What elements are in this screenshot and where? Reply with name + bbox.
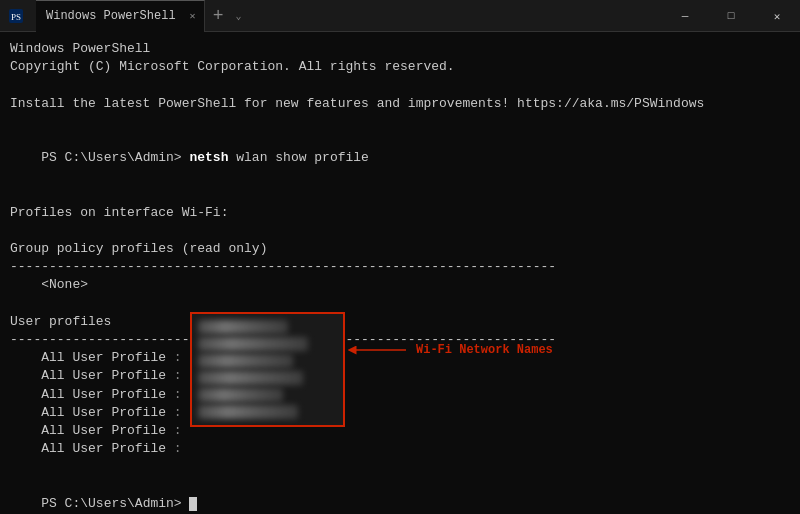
- profile-line-3: All User Profile :: [10, 386, 790, 404]
- profile-line-2: All User Profile :: [10, 367, 790, 385]
- terminal-window[interactable]: Windows PowerShell Copyright (C) Microso…: [0, 32, 800, 514]
- final-prompt-line: PS C:\Users\Admin>: [10, 477, 790, 515]
- output-line-4: Install the latest PowerShell for new fe…: [10, 95, 790, 113]
- window-controls: — □ ✕: [662, 0, 800, 32]
- cursor: [189, 497, 197, 511]
- titlebar: PS Windows PowerShell ✕ + ⌄ — □ ✕: [0, 0, 800, 32]
- network-names-box: [190, 312, 345, 427]
- command-args: wlan show profile: [228, 150, 368, 165]
- svg-text:PS: PS: [11, 12, 21, 22]
- active-tab[interactable]: Windows PowerShell ✕: [36, 0, 205, 32]
- output-line-3: [10, 76, 790, 94]
- wifi-annotation: Wi-Fi Network Names: [348, 340, 553, 360]
- output-line-12: <None>: [10, 276, 790, 294]
- output-line-10: Group policy profiles (read only): [10, 240, 790, 258]
- tab-label: Windows PowerShell: [46, 9, 176, 23]
- blurred-network-1: [198, 320, 288, 334]
- output-line-1: Windows PowerShell: [10, 40, 790, 58]
- blurred-network-5: [198, 388, 283, 402]
- output-line-5: [10, 113, 790, 131]
- minimize-button[interactable]: —: [662, 0, 708, 32]
- output-line-13: [10, 295, 790, 313]
- profile-line-6: All User Profile :: [10, 440, 790, 458]
- blurred-network-2: [198, 337, 308, 351]
- output-line-9: [10, 222, 790, 240]
- command-line: PS C:\Users\Admin> netsh wlan show profi…: [10, 131, 790, 186]
- titlebar-tabs: Windows PowerShell ✕ + ⌄: [36, 0, 245, 32]
- blurred-network-3: [198, 354, 293, 368]
- new-tab-button[interactable]: +: [205, 6, 232, 26]
- titlebar-left: PS: [8, 8, 24, 24]
- blurred-network-6: [198, 405, 298, 419]
- prompt-1: PS C:\Users\Admin>: [41, 150, 189, 165]
- blurred-network-4: [198, 371, 303, 385]
- output-line-14: User profiles: [10, 313, 790, 331]
- output-line-11: ----------------------------------------…: [10, 258, 790, 276]
- profile-line-4: All User Profile :: [10, 404, 790, 422]
- profile-line-5: All User Profile :: [10, 422, 790, 440]
- close-button[interactable]: ✕: [754, 0, 800, 32]
- command-netsh: netsh: [189, 150, 228, 165]
- annotation-text: Wi-Fi Network Names: [416, 342, 553, 359]
- tab-close-button[interactable]: ✕: [190, 10, 196, 22]
- output-line-8: Profiles on interface Wi-Fi:: [10, 204, 790, 222]
- powershell-icon: PS: [8, 8, 24, 24]
- output-line-2: Copyright (C) Microsoft Corporation. All…: [10, 58, 790, 76]
- output-line-22: [10, 458, 790, 476]
- tabs-dropdown-button[interactable]: ⌄: [231, 10, 245, 22]
- output-line-7: [10, 186, 790, 204]
- annotation-arrow-svg: [348, 340, 408, 360]
- maximize-button[interactable]: □: [708, 0, 754, 32]
- prompt-2: PS C:\Users\Admin>: [41, 496, 189, 511]
